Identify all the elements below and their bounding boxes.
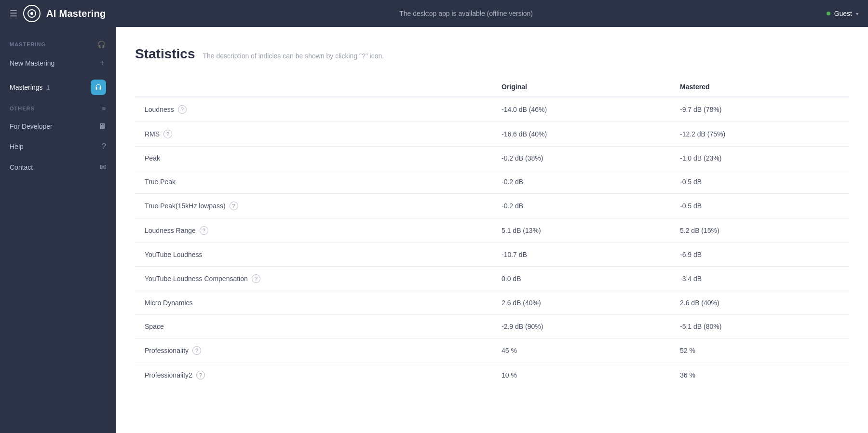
table-row: Space-2.9 dB (90%)-5.1 dB (80%) <box>135 315 849 338</box>
help-icon[interactable]: ? <box>192 346 201 355</box>
mastered-cell: -5.1 dB (80%) <box>670 315 849 338</box>
page-header: Statistics The description of indicies c… <box>135 46 849 62</box>
mastered-cell: -6.9 dB <box>670 243 849 267</box>
for-developer-label: For Developer <box>10 122 53 130</box>
metric-cell: Loudness Range? <box>135 218 492 243</box>
logo-icon <box>23 5 41 22</box>
svg-point-1 <box>30 12 33 15</box>
table-row: Loudness?-14.0 dB (46%)-9.7 dB (78%) <box>135 97 849 122</box>
original-cell: 45 % <box>492 338 670 363</box>
help-icon[interactable]: ? <box>196 371 205 379</box>
table-row: Professionality2?10 %36 % <box>135 363 849 388</box>
metric-cell: True Peak(15kHz lowpass)? <box>135 194 492 218</box>
mastered-cell: 5.2 dB (15%) <box>670 218 849 243</box>
masterings-count: 1 <box>46 84 50 91</box>
main-content: Statistics The description of indicies c… <box>116 27 868 433</box>
table-row: Peak-0.2 dB (38%)-1.0 dB (23%) <box>135 147 849 170</box>
chevron-down-icon: ▾ <box>856 11 858 16</box>
mastered-cell: -12.2 dB (75%) <box>670 122 849 147</box>
user-label: Guest <box>834 10 852 17</box>
original-cell: 2.6 dB (40%) <box>492 291 670 315</box>
original-cell: -0.2 dB <box>492 170 670 194</box>
page-title: Statistics <box>135 46 195 62</box>
topbar-left: ☰ AI Mastering <box>10 5 106 22</box>
user-menu[interactable]: Guest ▾ <box>827 10 858 17</box>
original-cell: -16.6 dB (40%) <box>492 122 670 147</box>
table-row: Loudness Range?5.1 dB (13%)5.2 dB (15%) <box>135 218 849 243</box>
mastered-cell: -0.5 dB <box>670 194 849 218</box>
sidebar-item-help[interactable]: Help ? <box>0 136 116 157</box>
metric-cell: RMS? <box>135 122 492 146</box>
original-cell: -10.7 dB <box>492 243 670 267</box>
original-cell: -14.0 dB (46%) <box>492 97 670 122</box>
original-cell: 0.0 dB <box>492 267 670 291</box>
metric-cell: Micro Dynamics <box>135 291 492 314</box>
metric-cell: Professionality2? <box>135 363 492 387</box>
hamburger-icon[interactable]: ☰ <box>10 8 17 19</box>
metric-cell: Loudness? <box>135 97 492 122</box>
table-row: YouTube Loudness-10.7 dB-6.9 dB <box>135 243 849 267</box>
metric-cell: Space <box>135 315 492 338</box>
help-icon[interactable]: ? <box>178 105 187 114</box>
online-indicator <box>827 12 830 15</box>
statistics-table: Original Mastered Loudness?-14.0 dB (46%… <box>135 77 849 387</box>
mastered-cell: -1.0 dB (23%) <box>670 147 849 170</box>
help-label: Help <box>10 143 24 150</box>
headphones-icon: 🎧 <box>97 41 106 48</box>
contact-label: Contact <box>10 163 33 171</box>
question-icon: ? <box>102 142 106 151</box>
original-cell: 10 % <box>492 363 670 388</box>
table-header: Original Mastered <box>135 77 849 97</box>
metric-cell: YouTube Loudness Compensation? <box>135 267 492 291</box>
topbar: ☰ AI Mastering The desktop app is availa… <box>0 0 868 27</box>
help-icon[interactable]: ? <box>163 130 172 138</box>
table-row: True Peak-0.2 dB-0.5 dB <box>135 170 849 194</box>
table-row: RMS?-16.6 dB (40%)-12.2 dB (75%) <box>135 122 849 147</box>
help-icon[interactable]: ? <box>252 274 260 283</box>
envelope-icon: ✉ <box>100 162 106 172</box>
help-icon[interactable]: ? <box>200 226 208 235</box>
mastered-cell: 36 % <box>670 363 849 388</box>
sidebar-item-contact[interactable]: Contact ✉ <box>0 157 116 177</box>
app-title: AI Mastering <box>46 8 106 19</box>
sidebar-item-for-developer[interactable]: For Developer 🖥 <box>0 116 116 136</box>
original-cell: 5.1 dB (13%) <box>492 218 670 243</box>
list-icon: ≡ <box>102 105 106 112</box>
monitor-icon: 🖥 <box>98 122 106 131</box>
col-mastered-header: Mastered <box>670 77 849 97</box>
metric-cell: YouTube Loudness <box>135 243 492 266</box>
col-metric-header <box>135 77 492 97</box>
masterings-active-icon <box>91 80 106 95</box>
mastered-cell: 52 % <box>670 338 849 363</box>
table-body: Loudness?-14.0 dB (46%)-9.7 dB (78%)RMS?… <box>135 97 849 387</box>
masterings-label: Masterings <box>10 83 42 91</box>
original-cell: -0.2 dB <box>492 194 670 218</box>
others-section-label: OTHERS ≡ <box>0 101 116 116</box>
page-subtitle: The description of indicies can be shown… <box>203 52 384 60</box>
mastered-cell: -9.7 dB (78%) <box>670 97 849 122</box>
metric-cell: Peak <box>135 147 492 170</box>
sidebar-item-new-mastering[interactable]: New Mastering ＋ <box>0 52 116 74</box>
sidebar: MASTERING 🎧 New Mastering ＋ Masterings 1… <box>0 27 116 433</box>
table-row: Micro Dynamics2.6 dB (40%)2.6 dB (40%) <box>135 291 849 315</box>
mastered-cell: -0.5 dB <box>670 170 849 194</box>
original-cell: -2.9 dB (90%) <box>492 315 670 338</box>
topbar-notification: The desktop app is available (offline ve… <box>399 10 533 17</box>
table-row: Professionality?45 %52 % <box>135 338 849 363</box>
mastering-section-label: MASTERING 🎧 <box>0 37 116 52</box>
table-row: YouTube Loudness Compensation?0.0 dB-3.4… <box>135 267 849 291</box>
mastered-cell: 2.6 dB (40%) <box>670 291 849 315</box>
plus-icon: ＋ <box>98 58 106 68</box>
help-icon[interactable]: ? <box>230 202 238 210</box>
layout: MASTERING 🎧 New Mastering ＋ Masterings 1… <box>0 27 868 433</box>
metric-cell: Professionality? <box>135 338 492 363</box>
metric-cell: True Peak <box>135 170 492 193</box>
sidebar-item-masterings[interactable]: Masterings 1 <box>0 74 116 101</box>
mastered-cell: -3.4 dB <box>670 267 849 291</box>
table-row: True Peak(15kHz lowpass)?-0.2 dB-0.5 dB <box>135 194 849 218</box>
original-cell: -0.2 dB (38%) <box>492 147 670 170</box>
col-original-header: Original <box>492 77 670 97</box>
new-mastering-label: New Mastering <box>10 59 54 67</box>
